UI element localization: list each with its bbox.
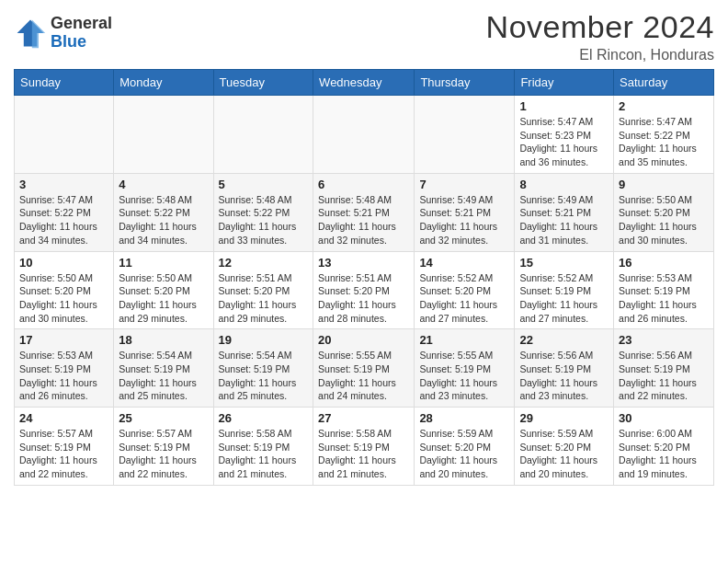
calendar-row-2: 10Sunrise: 5:50 AMSunset: 5:20 PMDayligh… bbox=[15, 251, 714, 329]
day-info: Sunrise: 5:53 AMSunset: 5:19 PMDaylight:… bbox=[619, 271, 709, 326]
calendar-cell-4-1: 25Sunrise: 5:57 AMSunset: 5:19 PMDayligh… bbox=[114, 408, 213, 486]
day-number: 4 bbox=[119, 178, 208, 191]
day-number: 27 bbox=[318, 411, 409, 425]
calendar-cell-1-2: 5Sunrise: 5:48 AMSunset: 5:22 PMDaylight… bbox=[213, 173, 313, 251]
calendar-cell-0-4 bbox=[415, 96, 515, 174]
calendar-cell-1-5: 8Sunrise: 5:49 AMSunset: 5:21 PMDaylight… bbox=[515, 173, 614, 251]
day-info: Sunrise: 5:58 AMSunset: 5:19 PMDaylight:… bbox=[219, 427, 309, 481]
weekday-header-tuesday: Tuesday bbox=[213, 70, 313, 96]
calendar-cell-2-2: 12Sunrise: 5:51 AMSunset: 5:20 PMDayligh… bbox=[213, 251, 313, 329]
calendar-cell-2-1: 11Sunrise: 5:50 AMSunset: 5:20 PMDayligh… bbox=[114, 251, 213, 329]
day-number: 28 bbox=[419, 411, 509, 425]
day-number: 14 bbox=[419, 256, 509, 270]
calendar-cell-3-6: 23Sunrise: 5:56 AMSunset: 5:19 PMDayligh… bbox=[614, 329, 714, 408]
day-number: 10 bbox=[19, 256, 108, 270]
day-number: 15 bbox=[519, 256, 609, 270]
day-info: Sunrise: 5:48 AMSunset: 5:22 PMDaylight:… bbox=[119, 193, 208, 247]
day-info: Sunrise: 5:52 AMSunset: 5:19 PMDaylight:… bbox=[519, 271, 609, 326]
calendar-cell-2-3: 13Sunrise: 5:51 AMSunset: 5:20 PMDayligh… bbox=[313, 251, 415, 329]
day-number: 26 bbox=[219, 411, 309, 425]
calendar-cell-1-6: 9Sunrise: 5:50 AMSunset: 5:20 PMDaylight… bbox=[614, 173, 714, 251]
day-info: Sunrise: 5:56 AMSunset: 5:19 PMDaylight:… bbox=[619, 349, 709, 403]
calendar-cell-0-0 bbox=[15, 96, 114, 174]
calendar-cell-1-4: 7Sunrise: 5:49 AMSunset: 5:21 PMDaylight… bbox=[415, 173, 515, 251]
day-info: Sunrise: 5:53 AMSunset: 5:19 PMDaylight:… bbox=[19, 349, 108, 403]
day-number: 30 bbox=[619, 411, 709, 425]
day-info: Sunrise: 5:51 AMSunset: 5:20 PMDaylight:… bbox=[318, 271, 409, 326]
title-block: November 2024 El Rincon, Honduras bbox=[486, 9, 714, 63]
day-number: 8 bbox=[519, 178, 609, 191]
calendar-row-3: 17Sunrise: 5:53 AMSunset: 5:19 PMDayligh… bbox=[15, 329, 714, 408]
day-number: 7 bbox=[419, 178, 509, 191]
day-info: Sunrise: 5:55 AMSunset: 5:19 PMDaylight:… bbox=[318, 349, 409, 403]
day-number: 12 bbox=[219, 256, 309, 270]
day-number: 25 bbox=[119, 411, 208, 425]
calendar-cell-0-2 bbox=[213, 96, 313, 174]
logo-text: General Blue bbox=[51, 15, 112, 52]
month-title: November 2024 bbox=[486, 9, 714, 45]
calendar-cell-4-5: 29Sunrise: 5:59 AMSunset: 5:20 PMDayligh… bbox=[515, 408, 614, 486]
calendar-cell-3-0: 17Sunrise: 5:53 AMSunset: 5:19 PMDayligh… bbox=[15, 329, 114, 408]
day-number: 29 bbox=[519, 411, 609, 425]
day-info: Sunrise: 5:54 AMSunset: 5:19 PMDaylight:… bbox=[119, 349, 208, 403]
calendar-cell-3-4: 21Sunrise: 5:55 AMSunset: 5:19 PMDayligh… bbox=[415, 329, 515, 408]
day-number: 6 bbox=[318, 178, 409, 191]
day-number: 23 bbox=[619, 333, 709, 347]
calendar-cell-2-4: 14Sunrise: 5:52 AMSunset: 5:20 PMDayligh… bbox=[415, 251, 515, 329]
weekday-header-sunday: Sunday bbox=[15, 70, 114, 96]
calendar-row-0: 1Sunrise: 5:47 AMSunset: 5:23 PMDaylight… bbox=[15, 96, 714, 174]
day-info: Sunrise: 5:56 AMSunset: 5:19 PMDaylight:… bbox=[519, 349, 609, 403]
calendar-cell-4-3: 27Sunrise: 5:58 AMSunset: 5:19 PMDayligh… bbox=[313, 408, 415, 486]
header: General Blue November 2024 El Rincon, Ho… bbox=[14, 9, 714, 63]
logo-blue: Blue bbox=[51, 33, 112, 52]
day-number: 21 bbox=[419, 333, 509, 347]
day-info: Sunrise: 6:00 AMSunset: 5:20 PMDaylight:… bbox=[619, 427, 709, 481]
calendar-cell-4-6: 30Sunrise: 6:00 AMSunset: 5:20 PMDayligh… bbox=[614, 408, 714, 486]
calendar-row-1: 3Sunrise: 5:47 AMSunset: 5:22 PMDaylight… bbox=[15, 173, 714, 251]
location: El Rincon, Honduras bbox=[486, 47, 714, 63]
day-info: Sunrise: 5:55 AMSunset: 5:19 PMDaylight:… bbox=[419, 349, 509, 403]
logo: General Blue bbox=[14, 15, 112, 52]
calendar-cell-2-0: 10Sunrise: 5:50 AMSunset: 5:20 PMDayligh… bbox=[15, 251, 114, 329]
day-info: Sunrise: 5:57 AMSunset: 5:19 PMDaylight:… bbox=[119, 427, 208, 481]
day-number: 17 bbox=[19, 333, 108, 347]
weekday-header-thursday: Thursday bbox=[415, 70, 515, 96]
day-info: Sunrise: 5:50 AMSunset: 5:20 PMDaylight:… bbox=[19, 271, 108, 326]
day-number: 22 bbox=[519, 333, 609, 347]
day-info: Sunrise: 5:48 AMSunset: 5:22 PMDaylight:… bbox=[219, 193, 309, 247]
calendar-cell-1-1: 4Sunrise: 5:48 AMSunset: 5:22 PMDaylight… bbox=[114, 173, 213, 251]
day-info: Sunrise: 5:52 AMSunset: 5:20 PMDaylight:… bbox=[419, 271, 509, 326]
day-info: Sunrise: 5:57 AMSunset: 5:19 PMDaylight:… bbox=[19, 427, 108, 481]
day-info: Sunrise: 5:49 AMSunset: 5:21 PMDaylight:… bbox=[519, 193, 609, 247]
day-info: Sunrise: 5:51 AMSunset: 5:20 PMDaylight:… bbox=[219, 271, 309, 326]
day-number: 16 bbox=[619, 256, 709, 270]
day-number: 19 bbox=[219, 333, 309, 347]
day-info: Sunrise: 5:54 AMSunset: 5:19 PMDaylight:… bbox=[219, 349, 309, 403]
calendar-cell-4-0: 24Sunrise: 5:57 AMSunset: 5:19 PMDayligh… bbox=[15, 408, 114, 486]
weekday-header-wednesday: Wednesday bbox=[313, 70, 415, 96]
logo-general: General bbox=[51, 15, 112, 33]
calendar-cell-3-3: 20Sunrise: 5:55 AMSunset: 5:19 PMDayligh… bbox=[313, 329, 415, 408]
calendar-row-4: 24Sunrise: 5:57 AMSunset: 5:19 PMDayligh… bbox=[15, 408, 714, 486]
day-number: 1 bbox=[519, 99, 609, 113]
calendar-cell-3-5: 22Sunrise: 5:56 AMSunset: 5:19 PMDayligh… bbox=[515, 329, 614, 408]
day-info: Sunrise: 5:50 AMSunset: 5:20 PMDaylight:… bbox=[119, 271, 208, 326]
svg-marker-1 bbox=[32, 19, 45, 48]
day-number: 18 bbox=[119, 333, 208, 347]
day-number: 11 bbox=[119, 256, 208, 270]
calendar-cell-3-1: 18Sunrise: 5:54 AMSunset: 5:19 PMDayligh… bbox=[114, 329, 213, 408]
day-number: 3 bbox=[19, 178, 108, 191]
day-info: Sunrise: 5:47 AMSunset: 5:23 PMDaylight:… bbox=[519, 115, 609, 169]
calendar: SundayMondayTuesdayWednesdayThursdayFrid… bbox=[14, 69, 714, 486]
day-number: 20 bbox=[318, 333, 409, 347]
calendar-cell-2-5: 15Sunrise: 5:52 AMSunset: 5:19 PMDayligh… bbox=[515, 251, 614, 329]
day-info: Sunrise: 5:59 AMSunset: 5:20 PMDaylight:… bbox=[419, 427, 509, 481]
calendar-cell-1-0: 3Sunrise: 5:47 AMSunset: 5:22 PMDaylight… bbox=[15, 173, 114, 251]
logo-icon bbox=[14, 17, 47, 50]
day-info: Sunrise: 5:59 AMSunset: 5:20 PMDaylight:… bbox=[519, 427, 609, 481]
calendar-cell-0-5: 1Sunrise: 5:47 AMSunset: 5:23 PMDaylight… bbox=[515, 96, 614, 174]
day-info: Sunrise: 5:47 AMSunset: 5:22 PMDaylight:… bbox=[19, 193, 108, 247]
weekday-header-row: SundayMondayTuesdayWednesdayThursdayFrid… bbox=[15, 70, 714, 96]
day-info: Sunrise: 5:48 AMSunset: 5:21 PMDaylight:… bbox=[318, 193, 409, 247]
weekday-header-monday: Monday bbox=[114, 70, 213, 96]
